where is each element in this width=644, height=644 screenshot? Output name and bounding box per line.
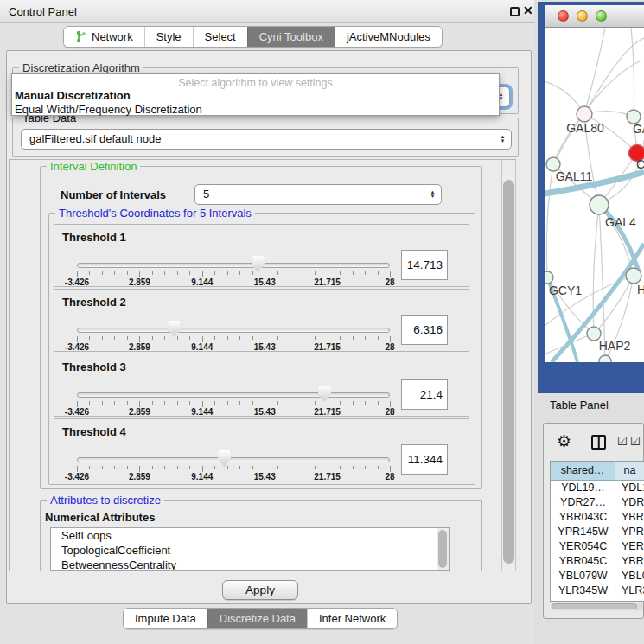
numerical-attributes-list[interactable]: SelfLoopsTopologicalCoefficientBetweenne… [50, 527, 450, 571]
cell-name[interactable]: YBR0 [615, 510, 644, 525]
tab-style[interactable]: Style [144, 27, 193, 47]
tick-mark [189, 336, 190, 340]
cell-name[interactable]: YBL0 [615, 569, 644, 583]
network-canvas[interactable]: GAL80 GA C GAL11 GAL4 GCY1 H HAP2 [545, 28, 644, 362]
threshold-value-field[interactable]: 6.316 [401, 315, 448, 345]
tick-mark [77, 336, 78, 342]
tick-mark [227, 271, 228, 275]
checkbox-icon[interactable]: ☑ [630, 435, 641, 448]
tick-mark [353, 336, 354, 340]
cell-shared-name[interactable]: YER054C [551, 539, 615, 554]
slider-track[interactable] [77, 263, 390, 268]
tab-network[interactable]: Network [64, 27, 144, 47]
table-row[interactable]: YDR27…YDR2 [551, 495, 644, 510]
cell-name[interactable]: YER0 [615, 539, 644, 554]
threshold-value-field[interactable]: 14.713 [401, 250, 448, 280]
table-data-select[interactable]: galFiltered.sif default node ▲▼ [21, 129, 512, 150]
node-gcy1[interactable] [545, 271, 553, 284]
apply-button[interactable]: Apply [222, 580, 298, 600]
table-row[interactable]: YPR145WYPR1 [551, 525, 644, 539]
menu-item-manual-discretization[interactable]: Manual Discretization [14, 89, 497, 103]
threshold-slider[interactable]: -3.4262.8599.14415.4321.71528 [77, 290, 390, 353]
table-row[interactable]: YDL19…YDL1 [551, 481, 644, 495]
list-scrollbar-thumb[interactable] [438, 530, 447, 568]
num-intervals-select[interactable]: 5 ▲▼ [194, 184, 442, 205]
table-row[interactable]: YBR043CYBR0 [551, 510, 644, 525]
list-item[interactable]: TopologicalCoefficient [51, 543, 449, 558]
cell-name[interactable]: YLR3 [615, 583, 644, 598]
node-gal4[interactable] [590, 195, 609, 214]
close-icon[interactable]: ✕ [523, 3, 533, 17]
threshold-panel: Threshold 4 -3.4262.8599.14415.4321.7152… [54, 418, 469, 481]
cell-name[interactable]: YPR1 [615, 525, 644, 539]
cell-shared-name[interactable]: YLR345W [551, 583, 615, 598]
cell-name[interactable]: YBR0 [615, 554, 644, 569]
network-window-titlebar[interactable] [545, 5, 644, 28]
slider-thumb[interactable] [168, 321, 181, 337]
tab-jactivemnodules[interactable]: jActiveMNodules [335, 27, 442, 47]
scale-label: 2.859 [129, 472, 150, 481]
vertical-scrollbar-thumb[interactable] [503, 180, 514, 564]
tick-mark [239, 401, 240, 405]
table-row[interactable]: YBL079WYBL0 [551, 569, 644, 583]
tab-select[interactable]: Select [193, 27, 247, 47]
slider-thumb[interactable] [252, 256, 265, 272]
float-window-icon[interactable] [510, 7, 520, 16]
tab-impute-data[interactable]: Impute Data [124, 609, 207, 628]
slider-thumb[interactable] [218, 450, 231, 467]
checkbox-icon[interactable]: ☑ [617, 435, 628, 448]
combo-stepper-icon[interactable]: ▲▼ [424, 185, 441, 204]
node-gal80[interactable] [577, 106, 592, 122]
tick-mark [340, 401, 341, 405]
threshold-value-field[interactable]: 21.4 [401, 379, 448, 410]
cell-shared-name[interactable]: YBR045C [551, 554, 615, 569]
slider-scale: -3.4262.8599.14415.4321.71528 [77, 342, 390, 353]
cell-shared-name[interactable]: YBR043C [551, 510, 615, 525]
list-item[interactable]: BetweennessCentrality [51, 558, 449, 571]
list-item[interactable]: SelfLoops [51, 528, 449, 543]
column-header-shared-name[interactable]: shared… [551, 462, 615, 480]
slider-track[interactable] [77, 392, 390, 398]
horizontal-scrollbar-thumb[interactable] [552, 603, 637, 609]
tab-discretize-data[interactable]: Discretize Data [207, 609, 307, 628]
node-h[interactable] [626, 268, 641, 284]
close-traffic-light-icon[interactable] [558, 10, 569, 22]
zoom-traffic-light-icon[interactable] [596, 10, 607, 22]
cell-shared-name[interactable]: YBL079W [551, 569, 615, 583]
combo-stepper-icon[interactable]: ▲▼ [494, 130, 511, 149]
cell-name[interactable]: YIL0 [615, 598, 644, 602]
table-header-row: shared… na [551, 462, 644, 481]
tick-mark [252, 466, 253, 469]
threshold-value-field[interactable]: 11.344 [401, 444, 448, 475]
tick-mark [114, 401, 115, 405]
node-partial-bottom[interactable] [599, 355, 611, 362]
tick-mark [102, 466, 103, 469]
node-label: C [636, 157, 644, 171]
threshold-slider[interactable]: -3.4262.8599.14415.4321.71528 [77, 354, 390, 418]
cell-shared-name[interactable]: YDL19… [551, 481, 615, 495]
tab-infer-network[interactable]: Infer Network [307, 609, 397, 628]
threshold-slider[interactable]: -3.4262.8599.14415.4321.71528 [77, 419, 390, 482]
tick-mark [277, 466, 278, 469]
table-row[interactable]: YER054CYER0 [551, 539, 644, 554]
tick-mark [127, 401, 128, 405]
cell-name[interactable]: YDL1 [615, 481, 644, 495]
slider-track[interactable] [77, 328, 390, 333]
table-row[interactable]: YIL052CYIL0 [551, 598, 644, 602]
slider-thumb[interactable] [318, 386, 331, 402]
cell-shared-name[interactable]: YDR27… [551, 495, 615, 510]
table-row[interactable]: YLR345WYLR3 [551, 583, 644, 598]
column-header-name[interactable]: na [615, 462, 644, 480]
slider-track[interactable] [77, 457, 390, 462]
threshold-slider[interactable]: -3.4262.8599.14415.4321.71528 [77, 225, 390, 288]
cell-name[interactable]: YDR2 [615, 495, 644, 510]
cell-shared-name[interactable]: YPR145W [551, 525, 615, 539]
minimize-traffic-light-icon[interactable] [577, 10, 588, 22]
gear-icon[interactable]: ⚙ [557, 431, 571, 451]
scale-label: 9.144 [191, 277, 213, 287]
menu-item-equal-width-frequency[interactable]: Equal Width/Frequency Discretization [14, 103, 497, 117]
split-column-icon[interactable] [591, 435, 606, 450]
tab-cyni-toolbox[interactable]: Cyni Toolbox [247, 27, 335, 47]
table-row[interactable]: YBR045CYBR0 [551, 554, 644, 569]
cell-shared-name[interactable]: YIL052C [551, 598, 615, 602]
